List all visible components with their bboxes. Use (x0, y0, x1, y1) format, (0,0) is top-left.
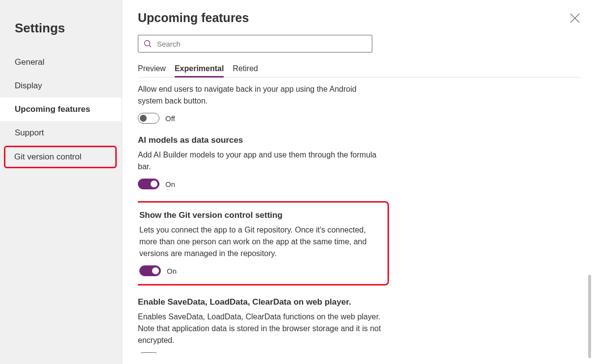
toggle-label: Off (165, 114, 175, 123)
search-box[interactable] (138, 35, 372, 52)
feature-description: Allow end users to navigate back in your… (138, 83, 383, 107)
close-icon (570, 13, 580, 24)
toggle-label: On (165, 180, 175, 188)
svg-point-2 (145, 41, 150, 46)
feature-description: Enables SaveData, LoadData, ClearData fu… (138, 311, 383, 346)
svg-line-3 (149, 45, 151, 47)
toggle-git-version-control[interactable] (139, 265, 161, 276)
sidebar-item-git-version-control[interactable]: Git version control (4, 146, 117, 168)
feature-title: Enable SaveData, LoadData, ClearData on … (138, 297, 383, 307)
tab-experimental[interactable]: Experimental (175, 61, 224, 77)
tab-retired[interactable]: Retired (233, 61, 258, 77)
sidebar-title: Settings (0, 0, 122, 51)
toggle-ai-models[interactable] (138, 179, 159, 189)
feature-savedata-web: Enable SaveData, LoadData, ClearData on … (138, 297, 383, 353)
sidebar-item-upcoming-features[interactable]: Upcoming features (0, 98, 122, 121)
toggle-label: On (167, 267, 177, 275)
sidebar-item-display[interactable]: Display (0, 74, 122, 98)
feature-ai-models: AI models as data sources Add AI Builder… (138, 135, 383, 189)
tab-preview[interactable]: Preview (138, 61, 166, 77)
scrollbar[interactable] (588, 275, 591, 358)
sidebar-item-support[interactable]: Support (0, 121, 122, 145)
settings-sidebar: Settings General Display Upcoming featur… (0, 0, 122, 364)
feature-title: Show the Git version control setting (139, 210, 379, 220)
feature-title: AI models as data sources (138, 135, 383, 145)
feature-description: Add AI Builder models to your app and us… (138, 149, 383, 173)
tabs-bar: Preview Experimental Retired (138, 61, 581, 78)
main-panel: Upcoming features Preview Experimental R… (122, 0, 596, 364)
features-list: Allow end users to navigate back in your… (138, 83, 581, 353)
close-button[interactable] (570, 13, 580, 24)
sidebar-item-general[interactable]: General (0, 51, 122, 74)
feature-description: Lets you connect the app to a Git reposi… (139, 224, 370, 260)
search-icon (143, 39, 152, 48)
feature-android-back: Allow end users to navigate back in your… (138, 83, 383, 124)
search-input[interactable] (157, 40, 367, 48)
page-title: Upcoming features (138, 11, 581, 25)
toggle-android-back[interactable] (138, 113, 159, 124)
toggle-savedata-web[interactable] (138, 352, 159, 353)
feature-git-version-control-highlighted: Show the Git version control setting Let… (138, 201, 389, 286)
